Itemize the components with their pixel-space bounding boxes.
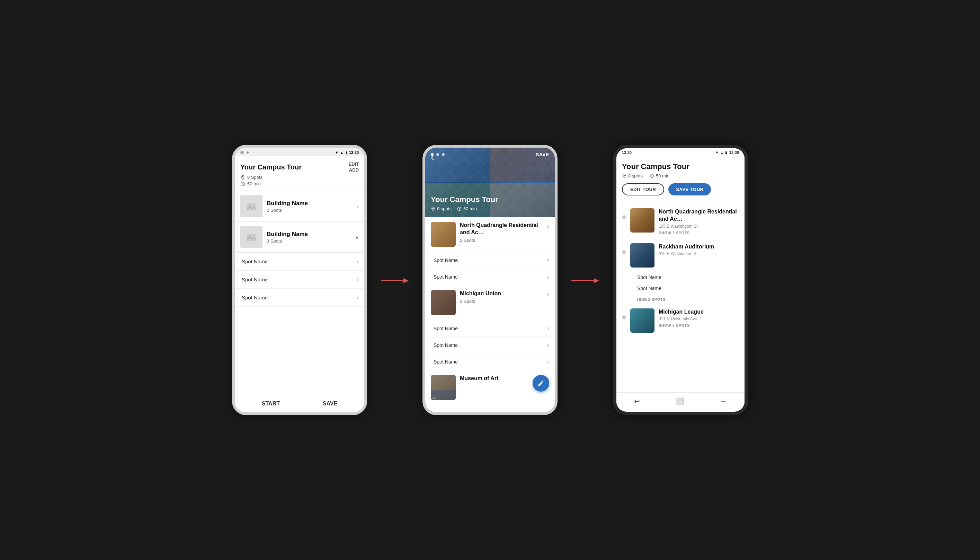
- save-tour-button-s3[interactable]: SAVE TOUR: [668, 183, 711, 195]
- s3-header: Your Campus Tour 8 spots 50 min EDIT TOU…: [616, 157, 744, 201]
- building-img-s2-3: CAL: [431, 375, 456, 400]
- chevron-right-s2-2-1: [547, 324, 549, 332]
- building-item-s1-1[interactable]: Building Name 2 Spots: [235, 191, 364, 222]
- fab-edit-s2[interactable]: [533, 375, 549, 392]
- edit-button-s1[interactable]: EDIT: [348, 162, 359, 167]
- screen3-content: Your Campus Tour 8 spots 50 min EDIT TOU…: [616, 157, 744, 410]
- image-placeholder-icon-s1-1: [247, 202, 256, 210]
- building-spots-s2-1: 2 Spots: [460, 238, 543, 243]
- spot-name-s2-2-1: Spot Name: [434, 326, 458, 331]
- pin-icon-s2: [431, 207, 435, 211]
- spot-name-s2-1-1: Spot Name: [434, 257, 458, 263]
- timeline-dot-s3-1: [622, 215, 626, 219]
- building-item-s1-2[interactable]: Building Name 3 Spots: [235, 222, 364, 253]
- status-icons-s1: ▼ ▲ ▮ 12:30: [335, 150, 359, 155]
- building-row-s3-2[interactable]: Rackham Auditorium 915 E Washington St: [616, 239, 744, 272]
- back-button-s2[interactable]: ‹: [431, 152, 434, 163]
- back-icon-s3[interactable]: ←: [720, 397, 727, 405]
- s2-hero: SAVE ‹ Your Campus Tour 8 spots 50 min: [425, 148, 555, 217]
- time-s3: 12:30: [622, 150, 632, 155]
- spots-text-s3: 8 spots: [628, 173, 643, 178]
- s2-hero-info: Your Campus Tour 8 spots 50 min: [431, 195, 498, 212]
- signal-icon-s3: ▲: [720, 151, 724, 155]
- phone-screen2: SAVE ‹ Your Campus Tour 8 spots 50 min: [422, 145, 558, 415]
- building-thumb-s1-2: [240, 226, 262, 248]
- s3-buttons: EDIT TOUR SAVE TOUR: [622, 183, 739, 195]
- s1-header: Your Campus Tour EDIT ADD 8 Spots 50 min: [235, 156, 364, 191]
- s3-footer: ↩ ⬜ ←: [616, 392, 744, 410]
- timeline-dot-s3-2: [622, 250, 626, 254]
- svg-marker-11: [594, 278, 599, 283]
- spot-item-s1-3[interactable]: Spot Name: [235, 289, 364, 307]
- pin-icon-s3: [622, 173, 626, 178]
- building-info-s3-3: Michigan League 911 N University Ave SHO…: [659, 308, 739, 328]
- timeline-dot-s3-3: [622, 315, 626, 320]
- spot-name-s2-1-2: Spot Name: [434, 274, 458, 280]
- s1-title: Your Campus Tour: [240, 163, 302, 171]
- chevron-right-s2-2-2: [547, 341, 549, 349]
- building-row-s3-3[interactable]: Michigan League 911 N University Ave SHO…: [616, 304, 744, 337]
- spot-name-s1-3: Spot Name: [242, 295, 268, 300]
- save-button-s1[interactable]: SAVE: [323, 401, 337, 407]
- building-name-s2-2: Michigan Union: [460, 290, 543, 297]
- s1-actions: EDIT ADD: [348, 162, 359, 173]
- building-row-s2-2[interactable]: Michigan Union 3 Spots: [425, 285, 555, 320]
- building-name-s2-1: North Quadrangle Residential and Ac…: [460, 222, 543, 236]
- spot-name-s3-2-2: Spot Name: [637, 285, 661, 291]
- s2-hero-spots: 8 spots: [431, 206, 452, 212]
- add-button-s1[interactable]: ADD: [349, 167, 359, 173]
- spot-row-s2-2-1[interactable]: Spot Name: [425, 320, 555, 337]
- battery-icon-s3: ▮: [725, 151, 727, 155]
- screen1-content: Your Campus Tour EDIT ADD 8 Spots 50 min: [235, 156, 364, 410]
- building-info-s3-1: North Quadrangle Residential and Ac… 105…: [659, 208, 739, 235]
- svg-point-12: [624, 175, 625, 176]
- status-bar-s3: 12:30 ▼ ▲ ▮ 12:30: [616, 148, 744, 157]
- spot-row-s3-2-2[interactable]: Spot Name: [616, 283, 744, 294]
- s3-spots: 8 spots: [622, 173, 643, 178]
- spot-row-s2-2-3[interactable]: Spot Name: [425, 353, 555, 370]
- building-info-s3-2: Rackham Auditorium 915 E Washington St: [659, 243, 739, 257]
- spot-name-s1-2: Spot Name: [242, 277, 268, 282]
- svg-point-8: [432, 208, 434, 209]
- building-info-s2-3: Museum of Art: [460, 375, 543, 382]
- building-img-s3-1: [630, 208, 654, 233]
- show-spots-btn-s3-1[interactable]: SHOW 3 SPOTS: [659, 231, 739, 235]
- status-icons-s3: ▼ ▲ ▮ 12:30: [715, 150, 739, 155]
- building-img-s2-1: [431, 222, 456, 247]
- building-name-s1-1: Building Name: [267, 200, 352, 207]
- hide-spots-btn-s3-2[interactable]: HIDE 2 SPOTS: [637, 297, 739, 302]
- chevron-right-s2-1-2: [547, 273, 549, 281]
- chevron-right-spot-s1-2: [356, 275, 359, 283]
- start-button-s1[interactable]: START: [262, 401, 280, 407]
- save-button-s2[interactable]: SAVE: [536, 152, 549, 157]
- clock-icon-s1: [240, 182, 245, 187]
- spot-row-s2-2-2[interactable]: Spot Name: [425, 337, 555, 353]
- building-name-s3-2: Rackham Auditorium: [659, 243, 739, 250]
- battery-icon-s1: ▮: [345, 151, 348, 155]
- spot-row-s2-1-1[interactable]: Spot Name: [425, 252, 555, 268]
- spot-row-s3-2-1[interactable]: Spot Name: [616, 272, 744, 283]
- building-info-s2-1: North Quadrangle Residential and Ac… 2 S…: [460, 222, 543, 243]
- building-addr-s3-2: 915 E Washington St: [659, 251, 739, 256]
- s3-title: Your Campus Tour: [622, 162, 739, 171]
- building-spots-s1-2: 3 Spots: [267, 238, 351, 243]
- chevron-right-spot-s1-1: [356, 257, 359, 265]
- home-icon-s3[interactable]: ⬜: [676, 397, 684, 405]
- screens-container: ▼ ▲ ▮ 12:30 Your Campus Tour EDIT ADD: [232, 145, 748, 415]
- svg-marker-7: [404, 278, 409, 283]
- edit-tour-button-s3[interactable]: EDIT TOUR: [622, 183, 664, 195]
- spot-row-s2-1-2[interactable]: Spot Name: [425, 268, 555, 285]
- s2-hero-nav: SAVE: [425, 152, 555, 157]
- spot-item-s1-1[interactable]: Spot Name: [235, 253, 364, 271]
- s1-footer: START SAVE: [235, 395, 364, 410]
- chevron-right-s2-1-1: [547, 256, 549, 264]
- time-s1: 12:30: [349, 150, 359, 155]
- building-info-s1-1: Building Name 2 Spots: [267, 200, 352, 213]
- building-row-s2-1[interactable]: North Quadrangle Residential and Ac… 2 S…: [425, 217, 555, 252]
- show-spots-btn-s3-3[interactable]: SHOW 5 SPOTS: [659, 323, 739, 327]
- building-row-s3-1[interactable]: North Quadrangle Residential and Ac… 105…: [616, 204, 744, 239]
- spot-item-s1-2[interactable]: Spot Name: [235, 271, 364, 289]
- s2-dot-3: [442, 153, 445, 156]
- recent-apps-icon-s3[interactable]: ↩: [634, 397, 640, 405]
- svg-rect-4: [247, 234, 256, 241]
